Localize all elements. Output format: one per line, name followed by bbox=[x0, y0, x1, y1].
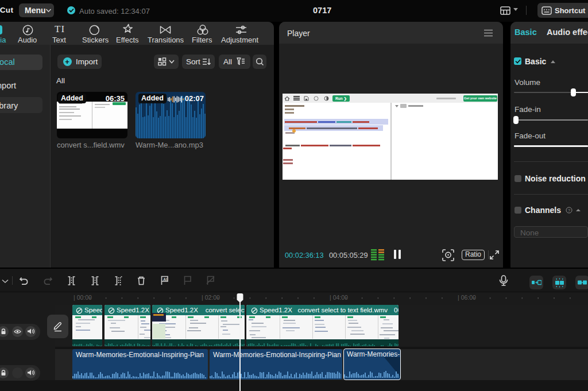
svg-text:?: ? bbox=[568, 208, 571, 213]
svg-text:AI: AI bbox=[163, 277, 167, 281]
